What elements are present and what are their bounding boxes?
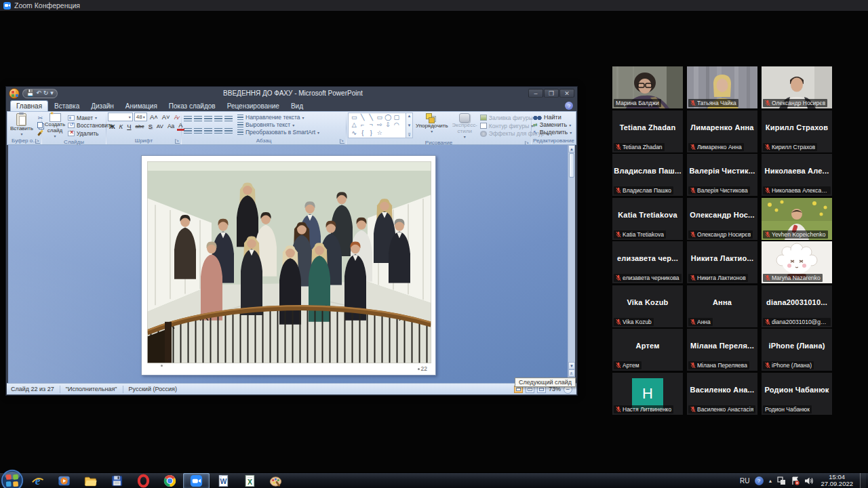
tab-Вставка[interactable]: Вставка <box>49 101 85 111</box>
underline-button[interactable]: Ч <box>125 122 132 131</box>
shape-icon[interactable]: ▢ <box>393 114 401 121</box>
participant-tile[interactable]: Марина Балджи <box>612 66 683 108</box>
shape-icon[interactable]: ▭ <box>376 114 384 121</box>
line-spacing-icon[interactable] <box>224 116 233 122</box>
taskbar-paint-button[interactable] <box>262 473 289 488</box>
italic-button[interactable]: К <box>118 122 125 131</box>
shape-icon[interactable]: ∿ <box>350 129 359 137</box>
slide-canvas[interactable]: 22 <box>141 155 436 375</box>
participant-tile[interactable]: елизавета чер... елизавета черникова <box>612 241 683 283</box>
taskbar-chrome-button[interactable] <box>157 473 183 488</box>
hidden-icons-chevron-icon[interactable]: ▲ <box>768 479 773 483</box>
participant-tile[interactable]: Никита Лактио... Никита Лактионов <box>687 241 757 283</box>
increase-indent-icon[interactable] <box>214 116 222 122</box>
action-center-flag-icon[interactable] <box>791 476 800 485</box>
change-case-button[interactable]: Aa <box>166 122 176 131</box>
arrange-button[interactable]: Упорядочить ▾ <box>414 113 450 140</box>
participant-tile[interactable]: Vika Kozub Vika Kozub <box>612 285 683 327</box>
grow-font-button[interactable]: A˄ <box>149 113 159 121</box>
replace-button[interactable]: ⇄Заменить▾ <box>533 122 574 128</box>
quick-styles-button[interactable]: Экспресс-стили ▾ <box>451 113 479 140</box>
taskbar-excel-button[interactable]: X <box>236 473 262 488</box>
previous-slide-button[interactable]: « <box>568 369 575 377</box>
shrink-font-button[interactable]: A˅ <box>161 113 172 121</box>
participant-tile[interactable]: Анна Анна <box>687 285 757 327</box>
tab-Дизайн[interactable]: Дизайн <box>85 101 119 111</box>
participant-tile[interactable]: iPhone (Лиана) iPhone (Лиана) <box>762 329 832 371</box>
bold-button[interactable]: Ж <box>108 122 117 131</box>
participant-tile[interactable]: Н Настя Литвиненко <box>612 373 683 415</box>
participant-tile[interactable]: Олександр Носирєв <box>762 66 832 108</box>
qat-dropdown-icon[interactable]: ▾ <box>50 90 54 96</box>
scroll-down-icon[interactable]: ▼ <box>568 362 575 369</box>
show-desktop-button[interactable] <box>860 473 866 488</box>
shape-icon[interactable]: ⇨ <box>376 121 384 129</box>
character-spacing-button[interactable]: AV <box>155 122 165 131</box>
tab-Показ слайдов[interactable]: Показ слайдов <box>163 101 221 111</box>
select-button[interactable]: ↖Выделить▾ <box>533 129 574 136</box>
participant-tile[interactable]: Мілана Переля... Мілана Переляева <box>687 329 757 371</box>
bullets-icon[interactable] <box>184 116 192 122</box>
help-tray-icon[interactable]: ? <box>755 476 764 485</box>
taskbar-explorer-button[interactable] <box>77 473 104 488</box>
shape-icon[interactable]: ╲ <box>359 114 368 121</box>
clipboard-dialog-launcher-icon[interactable] <box>35 139 40 144</box>
shape-icon[interactable]: ◠ <box>393 121 401 129</box>
language-indicator[interactable]: RU <box>740 477 749 485</box>
clear-formatting-button[interactable]: A̷ <box>173 113 180 121</box>
shape-icon[interactable]: ⇩ <box>384 121 393 129</box>
shape-icon[interactable]: ¬ <box>367 121 376 129</box>
shape-icon[interactable]: ▭ <box>350 114 359 121</box>
shape-icon[interactable]: { <box>359 129 368 137</box>
align-right-icon[interactable] <box>204 128 212 134</box>
scroll-up-icon[interactable]: ▲ <box>568 145 575 152</box>
office-button[interactable] <box>9 88 20 99</box>
participant-tile[interactable]: Артем Артем <box>612 329 683 371</box>
redo-icon[interactable]: ↻ <box>43 90 49 96</box>
tab-Рецензирование[interactable]: Рецензирование <box>222 101 285 111</box>
shape-icon[interactable]: } <box>367 129 376 137</box>
paragraph-dialog-launcher-icon[interactable] <box>340 139 344 144</box>
taskbar-media-player-button[interactable] <box>51 473 77 488</box>
shape-icon[interactable]: ☆ <box>376 129 384 137</box>
undo-icon[interactable]: ↶ <box>36 90 41 96</box>
columns-icon[interactable] <box>224 128 233 134</box>
paste-button[interactable]: Вставить ▾ <box>9 113 35 138</box>
help-icon[interactable]: ? <box>565 102 573 110</box>
find-button[interactable]: Найти <box>533 115 574 121</box>
align-text-button[interactable]: Выровнять текст▾ <box>237 122 344 128</box>
strikethrough-button[interactable]: abc <box>134 122 146 131</box>
taskbar-opera-button[interactable] <box>130 473 157 488</box>
shapes-gallery-scroll[interactable]: ▲▼⊽ <box>406 113 413 138</box>
numbering-icon[interactable] <box>194 116 202 122</box>
font-size-combobox[interactable]: 48▾ <box>134 113 147 121</box>
speaker-icon[interactable] <box>804 476 814 485</box>
participant-tile[interactable]: Лимаренко Анна Лимаренко Анна <box>687 110 757 152</box>
clock[interactable]: 15:04 27.09.2022 <box>821 474 853 488</box>
close-button[interactable]: ✕ <box>559 89 574 98</box>
shape-icon[interactable]: ⌐ <box>359 121 368 129</box>
taskbar-word-button[interactable]: W <box>210 473 236 488</box>
text-direction-button[interactable]: Направление текста▾ <box>237 115 344 121</box>
participant-tile[interactable]: Олександр Нос... Олександр Носирєв <box>687 198 757 240</box>
shape-icon[interactable]: ◯ <box>384 114 393 121</box>
shape-icon[interactable]: ╲ <box>367 114 376 121</box>
participant-tile[interactable]: Tetiana Zhadan Tetiana Zhadan <box>612 110 683 152</box>
participant-tile[interactable]: Katia Tretiakova Katia Tretiakova <box>612 198 683 240</box>
taskbar-internet-explorer-button[interactable]: e <box>24 473 51 488</box>
participant-tile[interactable]: Yevhen Kopeichenko <box>762 198 832 240</box>
align-left-icon[interactable] <box>184 128 192 134</box>
text-shadow-button[interactable]: S <box>146 122 153 131</box>
network-icon[interactable] <box>777 476 786 485</box>
participant-tile[interactable]: Кирилл Страхов Кирилл Страхов <box>762 110 832 152</box>
participant-tile[interactable]: Василенко Ана... Василенко Анастасія <box>687 373 757 415</box>
save-icon[interactable]: 💾 <box>26 90 34 96</box>
scrollbar-thumb[interactable] <box>569 153 574 178</box>
font-name-combobox[interactable]: ▾ <box>108 113 133 121</box>
participant-tile[interactable]: Валерія Чистик... Валерія Чистикова <box>687 154 757 196</box>
minimize-button[interactable]: – <box>528 89 543 98</box>
convert-smartart-button[interactable]: Преобразовать в SmartArt▾ <box>237 129 344 136</box>
new-slide-button[interactable]: Создать слайд ▾ <box>43 113 66 139</box>
tab-Вид[interactable]: Вид <box>285 101 309 111</box>
participant-tile[interactable]: Татьяна Чайка <box>687 66 757 108</box>
